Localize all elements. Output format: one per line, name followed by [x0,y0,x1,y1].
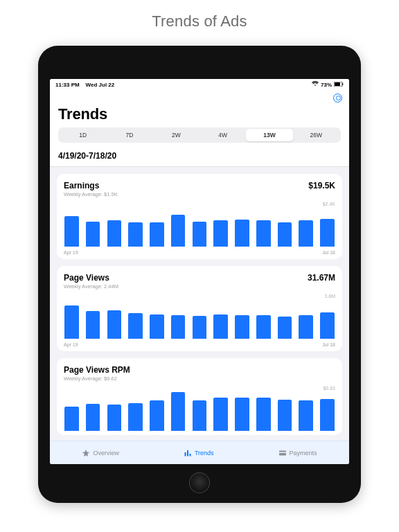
svg-rect-2 [342,83,343,85]
bar [107,310,122,339]
x-labels: Apr 19Jul 18 [64,342,335,347]
status-time: 11:33 PM [55,82,80,88]
y-max-label: $2.4K [64,202,335,206]
card-subtitle: Weekly Average: 2.44M [64,283,118,290]
time-range-segmented: 1D7D2W4W13W26W [50,127,349,148]
bar [86,404,100,431]
cards-scroll[interactable]: EarningsWeekly Average: $1.5K$19.5K$2.4K… [50,167,349,441]
chart-bars [64,300,335,339]
bar [299,315,313,339]
chart-bars [64,392,335,431]
bar [107,405,122,431]
bar [256,220,271,247]
card-icon [278,449,287,457]
bar [64,407,79,431]
status-battery-text: 73% [321,82,332,88]
tab-label: Payments [290,450,317,456]
svg-rect-1 [335,82,340,86]
card-page-views: Page ViewsWeekly Average: 2.44M31.67M3.8… [57,266,342,351]
bar [213,314,228,339]
bar [256,398,271,431]
segment-1d[interactable]: 1D [60,129,106,141]
wifi-icon [312,81,319,88]
tab-payments[interactable]: Payments [278,449,317,457]
bar [171,215,186,247]
x-start: Apr 19 [64,250,78,255]
screen-title: Trends [58,105,341,123]
card-page-views-rpm: Page Views RPMWeekly Average: $0.62$0.83 [57,358,342,435]
bar [171,392,186,431]
bar [193,316,207,339]
bar [193,400,207,431]
card-subtitle: Weekly Average: $1.5K [64,191,118,197]
bar [299,220,313,247]
home-button[interactable] [189,472,210,493]
card-title: Page Views [64,273,118,283]
bar [213,398,228,431]
segment-2w[interactable]: 2W [153,129,200,141]
x-labels: Apr 19Jul 18 [64,250,335,255]
status-date: Wed Jul 22 [86,82,115,88]
card-title: Earnings [64,181,118,190]
bar [278,400,292,431]
bar [320,399,335,431]
bars-icon [184,449,192,457]
bar [150,314,164,339]
bar [193,222,207,247]
bar [320,312,335,339]
bar [278,317,292,339]
bar [128,222,143,247]
bar [128,313,143,339]
bar [150,400,164,431]
bar [299,400,313,431]
svg-rect-3 [184,452,186,456]
segment-7d[interactable]: 7D [106,129,152,141]
bar [235,398,249,431]
bar [171,315,186,339]
tab-overview[interactable]: Overview [82,449,119,457]
bar [213,220,228,247]
card-earnings: EarningsWeekly Average: $1.5K$19.5K$2.4K… [57,174,342,259]
star-icon [82,449,90,457]
bar [235,220,249,247]
y-max-label: $0.83 [64,386,335,391]
date-range: 4/19/20-7/18/20 [50,148,349,167]
bar [128,403,143,431]
card-subtitle: Weekly Average: $0.62 [64,375,130,382]
bar [256,315,271,339]
page-title: Trends of Ads [152,12,247,30]
bar [86,222,100,247]
bar [64,216,79,247]
x-end: Jul 18 [322,250,335,255]
card-value: $19.5K [308,181,335,190]
svg-rect-4 [187,450,188,456]
tab-bar: OverviewTrendsPayments [50,441,349,464]
bar [150,222,164,247]
segment-26w[interactable]: 26W [293,129,339,141]
bar [86,311,100,339]
svg-rect-5 [189,454,190,456]
segment-4w[interactable]: 4W [200,129,246,141]
chart-bars [64,208,335,247]
segment-13w[interactable]: 13W [246,129,292,141]
account-icon[interactable] [333,94,342,103]
x-start: Apr 19 [64,342,78,347]
header-bar [50,90,349,105]
tab-trends[interactable]: Trends [184,449,214,457]
bar [320,219,335,247]
tab-label: Overview [93,450,119,456]
x-end: Jul 18 [322,342,335,347]
svg-rect-7 [279,452,286,453]
status-bar: 11:33 PM Wed Jul 22 73% [50,79,349,90]
card-value: 31.67M [308,273,335,283]
device-frame: 11:33 PM Wed Jul 22 73% Trends 1D7D2W4W1… [38,46,361,503]
bar [235,315,249,339]
title-row: Trends [50,105,349,127]
card-title: Page Views RPM [64,365,130,375]
tab-label: Trends [195,450,214,456]
battery-icon [334,82,344,88]
bar [278,222,292,247]
bar [107,220,122,247]
screen: 11:33 PM Wed Jul 22 73% Trends 1D7D2W4W1… [50,79,349,464]
y-max-label: 3.8M [64,294,335,299]
